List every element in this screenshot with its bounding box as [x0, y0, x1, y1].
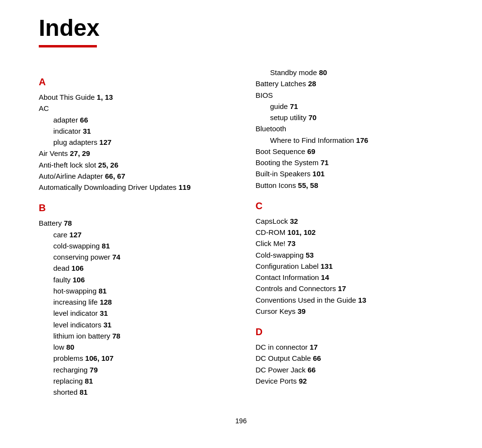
sub-index-entry: Standby mode 80 [256, 67, 444, 78]
sub-index-entry: setup utility 70 [256, 112, 444, 123]
sub-index-entry: conserving power 74 [39, 251, 227, 263]
index-entry: DC in connector 17 [256, 341, 444, 353]
index-entry: Built-in Speakers 101 [256, 168, 444, 179]
index-entry: Conventions Used in the Guide 13 [256, 294, 444, 306]
entry-page-num: 127 [69, 231, 81, 239]
entry-page-num: 131 [321, 262, 333, 270]
entry-page-num: 39 [297, 307, 306, 315]
sub-index-entry: adapter 66 [39, 114, 227, 125]
sub-index-entry: level indicators 31 [39, 319, 227, 330]
section-letter-d: D [256, 326, 444, 338]
entry-page-num: 81 [102, 242, 110, 250]
index-entry: CD-ROM 101, 102 [256, 227, 444, 238]
sub-index-entry: Where to Find Information 176 [256, 135, 444, 146]
entry-page-num: 27, 29 [70, 149, 90, 157]
entry-page-num: 92 [299, 377, 307, 385]
section-letter-a: A [39, 77, 227, 88]
entry-page-num: 101, 102 [287, 228, 315, 236]
index-entry: Cold-swapping 53 [256, 249, 444, 261]
page-number: 196 [39, 417, 443, 425]
entry-page-num: 128 [100, 298, 112, 306]
page-container: Index AAbout This Guide 1, 13ACadapter 6… [0, 0, 482, 448]
entry-page-num: 13 [358, 296, 366, 304]
page-title: Index [39, 15, 443, 41]
entry-page-num: 127 [99, 138, 111, 146]
entry-page-num: 79 [90, 366, 98, 374]
index-entry: Device Ports 92 [256, 375, 444, 386]
entry-page-num: 66 [313, 354, 321, 362]
left-column: AAbout This Guide 1, 13ACadapter 66indic… [39, 67, 227, 398]
index-entry: Booting the System 71 [256, 157, 444, 168]
index-entry: Contact Information 14 [256, 272, 444, 283]
sub-index-entry: problems 106, 107 [39, 353, 227, 364]
entry-page-num: 101 [312, 170, 325, 178]
sub-index-entry: care 127 [39, 229, 227, 240]
index-entry: CapsLock 32 [256, 216, 444, 227]
entry-page-num: 70 [309, 113, 317, 122]
index-entry: Battery Latches 28 [256, 78, 444, 89]
entry-page-num: 81 [85, 377, 93, 385]
index-entry: Air Vents 27, 29 [39, 148, 227, 159]
sub-index-entry: indicator 31 [39, 125, 227, 137]
index-entry: About This Guide 1, 13 [39, 92, 227, 103]
entry-page-num: 32 [290, 217, 298, 225]
entry-page-num: 106 [72, 264, 84, 272]
section-letter-b: B [39, 202, 227, 214]
entry-page-num: 81 [98, 287, 107, 295]
entry-page-num: 31 [100, 309, 108, 317]
index-entry: DC Power Jack 66 [256, 364, 444, 375]
entry-page-num: 106, 107 [85, 354, 113, 362]
entry-page-num: 66 [80, 116, 88, 124]
entry-page-num: 28 [308, 79, 316, 88]
sub-index-entry: shorted 81 [39, 386, 227, 398]
red-rule-divider [39, 45, 97, 47]
sub-index-entry: faulty 106 [39, 274, 227, 285]
sub-index-entry: level indicator 31 [39, 308, 227, 319]
sub-index-entry: cold-swapping 81 [39, 240, 227, 251]
right-column: Standby mode 80Battery Latches 28BIOSgui… [256, 67, 444, 398]
entry-page-num: 17 [338, 284, 346, 293]
index-entry: DC Output Cable 66 [256, 353, 444, 364]
entry-page-num: 25, 26 [98, 161, 119, 169]
entry-page-num: 71 [290, 102, 298, 110]
entry-page-num: 14 [321, 273, 329, 281]
index-entry: Auto/Airline Adapter 66, 67 [39, 170, 227, 182]
index-columns: AAbout This Guide 1, 13ACadapter 66indic… [39, 67, 443, 398]
entry-page-num: 55, 58 [298, 181, 318, 189]
entry-page-num: 80 [66, 343, 75, 351]
section-letter-c: C [256, 201, 444, 212]
sub-index-entry: increasing life 128 [39, 296, 227, 308]
index-entry: Configuration Label 131 [256, 261, 444, 272]
entry-page-num: 119 [178, 183, 190, 191]
sub-index-entry: low 80 [39, 341, 227, 353]
entry-page-num: 74 [112, 253, 121, 261]
index-entry: Boot Sequence 69 [256, 146, 444, 157]
entry-page-num: 1, 13 [97, 93, 113, 101]
entry-page-num: 17 [310, 343, 318, 351]
index-entry: Click Me! 73 [256, 238, 444, 249]
sub-index-entry: replacing 81 [39, 375, 227, 386]
entry-page-num: 66 [308, 366, 316, 374]
index-entry: Controls and Connectors 17 [256, 283, 444, 294]
entry-page-num: 81 [79, 388, 88, 396]
index-entry: AC [39, 103, 227, 114]
entry-page-num: 176 [356, 136, 368, 144]
entry-page-num: 106 [73, 276, 85, 284]
entry-page-num: 66, 67 [105, 172, 125, 180]
sub-index-entry: dead 106 [39, 263, 227, 274]
sub-index-entry: plug adapters 127 [39, 137, 227, 148]
sub-index-entry: guide 71 [256, 101, 444, 112]
entry-page-num: 31 [83, 127, 91, 135]
entry-page-num: 73 [287, 239, 295, 247]
entry-page-num: 53 [306, 251, 314, 259]
entry-page-num: 80 [319, 68, 327, 77]
sub-index-entry: lithium ion battery 78 [39, 330, 227, 341]
index-entry: BIOS [256, 90, 444, 101]
entry-page-num: 78 [112, 332, 121, 340]
index-entry: Bluetooth [256, 123, 444, 134]
entry-page-num: 31 [103, 321, 111, 329]
index-entry: Automatically Downloading Driver Updates… [39, 182, 227, 193]
index-entry: Cursor Keys 39 [256, 306, 444, 317]
entry-page-num: 69 [307, 147, 315, 155]
index-entry: Anti-theft lock slot 25, 26 [39, 159, 227, 170]
